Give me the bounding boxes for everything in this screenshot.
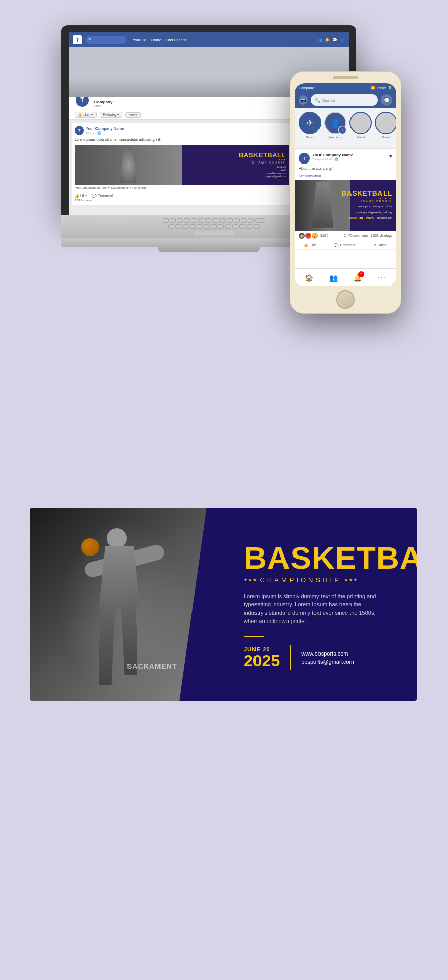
- fb-story-friend-1-avatar[interactable]: [349, 112, 372, 134]
- fb-search-bar[interactable]: 🔍: [86, 36, 126, 44]
- key: [232, 224, 238, 229]
- banner-date-year: 2025: [244, 652, 280, 669]
- player-ball: [81, 538, 99, 556]
- fb-nav-link-company[interactable]: Your Co.: [133, 38, 147, 42]
- fb-mobile-banner-footer: JUNE 30 2025 bbsports.com: [348, 216, 392, 220]
- fb-mobile-home-icon: 🏠: [305, 274, 313, 282]
- fb-mobile-nav-menu[interactable]: ⋯: [375, 271, 388, 284]
- banner-contact: www.bbsports.com bbsports@gmail.com: [301, 650, 354, 665]
- fb-story-friend-2-avatar[interactable]: [375, 112, 396, 134]
- fb-mobile-banner-year: 2025: [366, 216, 374, 220]
- phone-home-button[interactable]: [336, 290, 355, 309]
- fb-nav-icon-notifications: 🔔: [325, 38, 330, 42]
- fb-post-footer: 👍 Like 💬 Comment: [75, 192, 289, 198]
- banner-right-stars: ★ ★ ★: [344, 578, 357, 582]
- search-icon: 🔍: [88, 38, 93, 42]
- key: [205, 218, 211, 223]
- fb-mobile-messenger-btn[interactable]: 💬: [381, 94, 392, 106]
- jersey-text: SACRAMENT: [127, 662, 177, 670]
- fb-mobile-post-options[interactable]: ▾: [389, 153, 392, 160]
- fb-story-friend-2: Friend: [375, 112, 396, 144]
- phone-screen: Company 📶 23:45 🔋 📷 🔍 Search: [295, 83, 396, 286]
- key: [234, 218, 240, 223]
- banner-vertical-line: [290, 645, 291, 670]
- devices-section: T 🔍 Your Co. Home Find Friends 👥 🔔: [0, 0, 447, 487]
- key-backspace: [255, 218, 265, 223]
- fb-mobile-friends-icon: 👥: [329, 274, 338, 282]
- key: [170, 218, 176, 223]
- fb-mobile-like-btn[interactable]: 👍 Like: [304, 243, 316, 247]
- banner-text-side: BASKETBALL ★ ★ ★ CHAMPIONSHIP ★ ★ ★ Lore…: [224, 508, 417, 701]
- fb-nav-link-home[interactable]: Home: [151, 38, 162, 42]
- fb-story-direct-icon[interactable]: ✈: [299, 112, 321, 134]
- banner-photo-side: SACRAMENT: [30, 508, 224, 701]
- banner-player-silhouette: [61, 518, 193, 701]
- banner-championship-row: ★ ★ ★ CHAMPIONSHIP ★ ★ ★: [244, 576, 396, 584]
- fb-nav-icon-groups: 👥: [317, 38, 322, 42]
- fb-post-text: Lorem ipsum dolor sit amet, consectetur …: [75, 137, 289, 142]
- fb-banner-player: [75, 145, 182, 185]
- fb-nav-icon-messenger: 💬: [332, 38, 337, 42]
- key: [197, 224, 203, 229]
- fb-nav-link-friends[interactable]: Find Friends: [166, 38, 187, 42]
- player-legs: [99, 604, 140, 685]
- fb-mobile-post-info: Your Company Name Today at 22:45 · 🌐: [312, 153, 389, 161]
- fb-like-btn[interactable]: 👍 Like: [75, 194, 87, 198]
- fb-profile-info: Company name: [94, 100, 112, 108]
- fb-mobile-notification-badge: 2: [358, 271, 364, 277]
- fb-post-avatar: T: [75, 126, 84, 135]
- fb-share-btn[interactable]: Share: [125, 112, 140, 118]
- fb-mobile-reaction-count: 3,675: [320, 234, 328, 237]
- fb-mobile-nav-notifications[interactable]: 🔔 2: [351, 271, 364, 284]
- fb-mobile-post-header: T Your Company Name Today at 22:45 · 🌐 ▾: [299, 153, 392, 164]
- keyboard-row-2: [168, 224, 260, 229]
- key: [246, 224, 252, 229]
- key: [212, 218, 218, 223]
- banner-main-title: BASKETBALL: [244, 543, 396, 573]
- key: [163, 218, 169, 223]
- key: [225, 224, 231, 229]
- key: [182, 224, 188, 229]
- fb-mobile-nav: 📷 🔍 Search 💬: [295, 92, 396, 108]
- fb-mobile-menu-icon: ⋯: [378, 274, 385, 282]
- key: [239, 224, 245, 229]
- fb-mobile-banner-championship: CHAMPIONSHIP: [360, 200, 392, 203]
- fb-story-add-btn[interactable]: 👤: [324, 112, 346, 134]
- fb-mobile-comment-label: Comment: [340, 243, 355, 247]
- fb-nav-links: Your Co. Home Find Friends: [133, 38, 187, 42]
- fb-react-like-icon: 👍: [299, 233, 305, 239]
- fb-comment-btn[interactable]: 💬 Comment: [92, 194, 113, 198]
- fb-mobile-nav-friends[interactable]: 👥: [327, 271, 340, 284]
- fb-mobile-search-bar[interactable]: 🔍 Search: [311, 94, 378, 106]
- fb-mobile-shares-count: 1,928 sharings: [370, 234, 392, 237]
- fb-logo: T: [73, 35, 82, 44]
- fb-following-btn[interactable]: Following ▾: [100, 112, 122, 118]
- fb-mobile-translate[interactable]: See translation: [299, 174, 392, 178]
- fb-mobile-comments-count: 2,475 comments: [344, 234, 368, 237]
- fb-nav-icon-account: 👤: [340, 38, 345, 42]
- fb-post-author-info: Your Company Name 16 hrs · 🌐: [86, 126, 124, 135]
- fb-mobile-like-icon: 👍: [304, 243, 308, 247]
- key: [177, 218, 183, 223]
- fb-mobile-comment-icon: 💬: [334, 243, 338, 247]
- fb-mobile-search-placeholder: Search: [322, 98, 335, 103]
- key: [227, 218, 233, 223]
- fb-mobile-banner-desc2: printing and typesetting industry: [356, 211, 392, 215]
- fb-page-name: Company: [94, 100, 112, 104]
- banner-date: JUNE 20 2025: [244, 646, 280, 669]
- fb-basketball-banner: BASKETBALL ★ ★ ★ CHAMPIONSHIP JUNE 20 20…: [75, 145, 289, 185]
- fb-mobile-nav-home[interactable]: 🏠: [303, 271, 316, 284]
- fb-banner-text: BASKETBALL ★ ★ ★ CHAMPIONSHIP JUNE 20 20…: [239, 152, 286, 178]
- banner-left-stars: ★ ★ ★: [244, 578, 257, 582]
- fb-liked-btn[interactable]: 👍 Liked ▾: [75, 112, 97, 118]
- fb-banner-player-figure: [118, 147, 139, 183]
- fb-mobile-share-btn[interactable]: ↗ Share: [373, 243, 388, 247]
- fb-banner-email: bbsports@gmail.com: [265, 175, 286, 178]
- fb-mobile-camera-btn[interactable]: 📷: [299, 95, 308, 105]
- keyboard-row-space: [194, 231, 234, 235]
- keyboard-row-1: [163, 218, 265, 223]
- banner-website: www.bbsports.com: [301, 650, 354, 657]
- key: [184, 218, 190, 223]
- fb-mobile-comment-btn[interactable]: 💬 Comment: [334, 243, 355, 247]
- fb-mobile-share-icon: ↗: [373, 243, 376, 247]
